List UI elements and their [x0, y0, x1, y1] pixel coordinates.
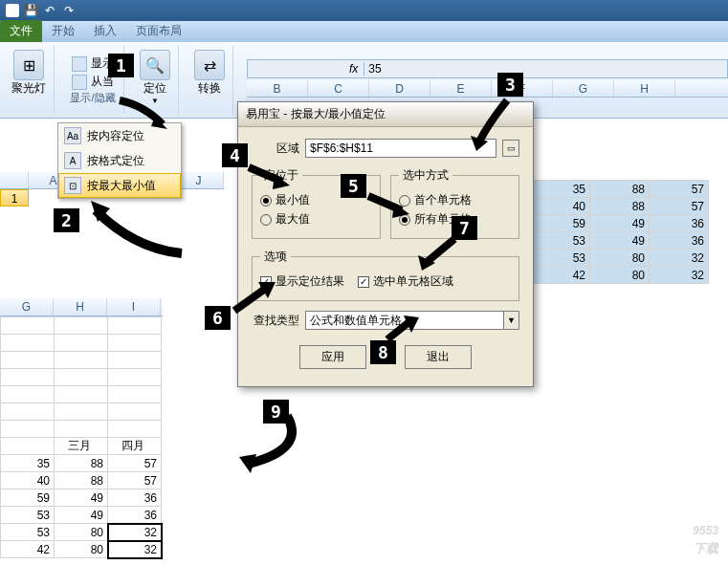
table-row: [1, 421, 162, 438]
exit-button[interactable]: 退出: [405, 345, 472, 369]
dropdown-by-format[interactable]: A 按格式定位: [58, 148, 181, 173]
table-row: 358857: [531, 181, 709, 198]
title-bar: 💾 ↶ ↷: [0, 0, 728, 21]
redo-icon[interactable]: ↷: [61, 3, 77, 18]
checkbox-icon: [358, 276, 369, 288]
table-row: [1, 317, 162, 335]
options-legend: 选项: [260, 249, 291, 265]
save-icon[interactable]: 💾: [23, 3, 38, 18]
show-icon: [72, 56, 87, 72]
table-row: 408857: [1, 472, 162, 489]
table-row: 408857: [531, 198, 709, 215]
arrow-3: [469, 96, 517, 153]
select-mode-legend: 选中方式: [399, 167, 452, 184]
arrow-5: [364, 191, 411, 220]
watermark: 9553下载: [693, 515, 718, 557]
table-row: 428032: [531, 267, 709, 284]
table-row: 538032: [1, 524, 162, 541]
col-e[interactable]: E: [430, 80, 492, 97]
col-h[interactable]: H: [614, 80, 675, 97]
content-icon: Aa: [64, 127, 81, 144]
tab-file[interactable]: 文件: [0, 20, 42, 42]
ribbon-tabs: 文件 开始 插入 页面布局: [0, 21, 728, 42]
dialog-title: 易用宝 - 按最大/最小值定位: [246, 106, 386, 122]
spotlight-button[interactable]: ⊞ 聚光灯: [10, 48, 48, 98]
table-row: 534936: [531, 232, 709, 250]
dropdown-by-minmax[interactable]: ⊡ 按最大最小值: [58, 173, 181, 198]
convert-icon: ⇄: [194, 50, 225, 80]
data-grid-right: 358857 408857 594936 534936 538032 42803…: [530, 180, 709, 284]
annotation-9: 9: [263, 400, 289, 424]
locate-label: 定位: [143, 80, 166, 97]
col-d[interactable]: D: [369, 80, 430, 97]
arrow-7: [416, 234, 464, 272]
fx-label[interactable]: fx: [343, 62, 364, 76]
arrow-1: [115, 96, 172, 134]
col-corner[interactable]: [0, 172, 29, 188]
annotation-8: 8: [370, 340, 396, 364]
apply-button[interactable]: 应用: [299, 345, 366, 369]
locate-icon: 🔍: [140, 50, 170, 80]
formula-bar: fx 35: [247, 59, 728, 78]
table-row: [1, 386, 162, 403]
annotation-1: 1: [108, 54, 134, 77]
table-row: [1, 352, 162, 369]
col-g[interactable]: G: [553, 80, 614, 97]
annotation-2: 2: [54, 208, 79, 232]
convert-button[interactable]: ⇄ 转换: [192, 48, 227, 98]
table-row: 538032: [531, 250, 709, 267]
table-row: 428032: [1, 541, 162, 558]
check-select-range[interactable]: 选中单元格区域: [358, 273, 453, 290]
app-icon: [6, 4, 19, 17]
table-row: 534936: [1, 507, 162, 524]
table-row: 358857: [1, 455, 162, 472]
radio-max[interactable]: 最大值: [260, 211, 372, 228]
table-row: 三月四月: [1, 438, 162, 455]
col-b[interactable]: B: [247, 80, 308, 97]
col-g2[interactable]: G: [0, 298, 54, 315]
annotation-3: 3: [497, 73, 523, 97]
arrow-6: [230, 277, 277, 315]
chevron-down-icon: ▼: [503, 312, 518, 329]
row-headers-left: 1: [0, 189, 29, 206]
arrow-4: [244, 163, 292, 191]
tab-insert[interactable]: 插入: [84, 20, 126, 42]
options-group: 选项 显示定位结果 选中单元格区域: [252, 249, 519, 301]
spotlight-label: 聚光灯: [11, 80, 46, 97]
region-input[interactable]: $F$6:$H$11: [305, 139, 496, 158]
spotlight-icon: ⊞: [13, 50, 44, 80]
row-1[interactable]: 1: [0, 189, 29, 206]
tab-layout[interactable]: 页面布局: [126, 20, 191, 42]
annotation-6: 6: [205, 306, 231, 330]
annotation-5: 5: [341, 174, 366, 198]
col-c[interactable]: C: [308, 80, 369, 97]
show-hide-label: 显示/隐藏: [70, 91, 115, 105]
table-row: 594936: [531, 215, 709, 232]
table-row: 594936: [1, 489, 162, 507]
format-icon: A: [64, 152, 81, 169]
from-icon: [72, 75, 87, 90]
table-row: [1, 335, 162, 352]
undo-icon[interactable]: ↶: [42, 3, 57, 18]
locate-dropdown: Aa 按内容定位 A 按格式定位 ⊡ 按最大最小值: [57, 122, 182, 199]
col-h2[interactable]: H: [54, 298, 107, 315]
radio-icon: [260, 195, 272, 206]
table-row: [1, 369, 162, 386]
formula-input[interactable]: 35: [364, 62, 727, 76]
lower-grid: G H I 三月四月 358857 408857 594936 534936 5…: [0, 298, 163, 558]
minmax-icon: ⊡: [64, 177, 81, 194]
region-label: 区域: [252, 141, 299, 157]
annotation-7: 7: [452, 216, 477, 240]
arrow-2: [86, 201, 191, 258]
convert-label: 转换: [198, 80, 221, 97]
col-i2[interactable]: I: [107, 298, 161, 315]
radio-first-cell[interactable]: 首个单元格: [399, 192, 511, 208]
radio-icon: [260, 214, 272, 226]
annotation-4: 4: [222, 143, 248, 167]
tab-home[interactable]: 开始: [42, 20, 84, 42]
table-row: [1, 403, 162, 421]
